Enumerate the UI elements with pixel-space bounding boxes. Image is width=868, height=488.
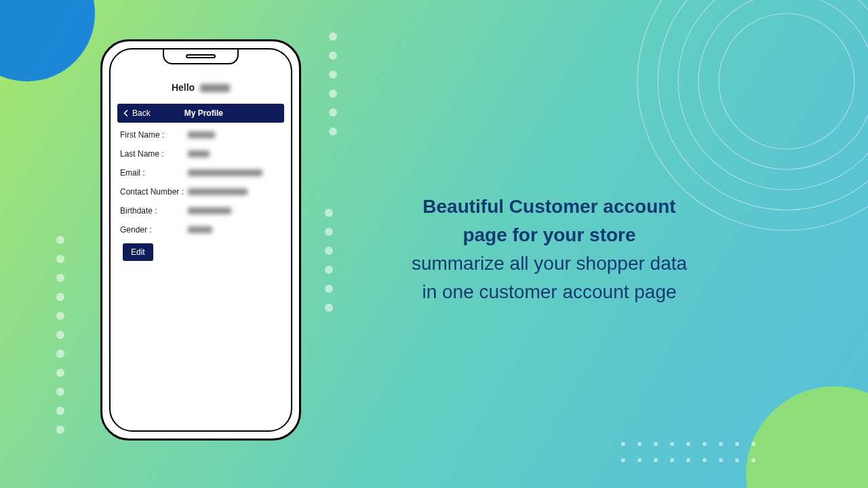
field-row-email: Email : bbox=[120, 163, 281, 182]
svg-point-2 bbox=[678, 0, 868, 190]
greeting-prefix: Hello bbox=[172, 82, 195, 93]
account-screen: Hello Back My Profile First Name : bbox=[111, 49, 291, 430]
decor-blob-top-left bbox=[0, 0, 95, 81]
section-title: My Profile bbox=[129, 108, 279, 118]
subcopy-line-1: summarize all your shopper data bbox=[353, 249, 746, 278]
decor-dots-bottom-right bbox=[617, 438, 760, 466]
field-label: Birthdate : bbox=[120, 206, 188, 216]
field-value-redacted bbox=[188, 226, 212, 233]
field-row-last-name: Last Name : bbox=[120, 144, 281, 163]
profile-fields: First Name : Last Name : Email : Contact… bbox=[117, 123, 284, 261]
decor-dots-left bbox=[56, 230, 65, 439]
svg-point-1 bbox=[698, 0, 868, 169]
svg-point-3 bbox=[658, 0, 868, 210]
greeting-name-redacted bbox=[200, 84, 230, 92]
marketing-copy: Beautiful Customer account page for your… bbox=[353, 192, 746, 306]
field-value-redacted bbox=[188, 188, 248, 195]
field-value-redacted bbox=[188, 207, 231, 214]
svg-point-0 bbox=[719, 14, 854, 149]
phone-mockup: Hello Back My Profile First Name : bbox=[100, 39, 301, 441]
edit-button[interactable]: Edit bbox=[123, 243, 153, 261]
field-label: Gender : bbox=[120, 225, 188, 235]
field-label: Last Name : bbox=[120, 149, 188, 159]
field-row-contact-number: Contact Number : bbox=[120, 182, 281, 201]
field-value-redacted bbox=[188, 131, 215, 138]
field-label: Email : bbox=[120, 168, 188, 178]
field-label: First Name : bbox=[120, 130, 188, 140]
profile-topbar: Back My Profile bbox=[117, 104, 284, 123]
greeting: Hello bbox=[117, 82, 284, 93]
decor-dots-mid-top bbox=[328, 27, 338, 141]
decor-blob-bottom-right bbox=[746, 386, 868, 488]
field-value-redacted bbox=[188, 169, 262, 176]
promo-stage: Hello Back My Profile First Name : bbox=[0, 0, 868, 488]
field-row-first-name: First Name : bbox=[120, 125, 281, 144]
headline-line-1: Beautiful Customer account bbox=[353, 192, 746, 221]
field-value-redacted bbox=[188, 150, 210, 157]
field-row-birthdate: Birthdate : bbox=[120, 201, 281, 220]
field-label: Contact Number : bbox=[120, 187, 188, 197]
phone-screen-frame: Hello Back My Profile First Name : bbox=[109, 48, 292, 432]
decor-dots-mid-bottom bbox=[324, 203, 334, 317]
field-row-gender: Gender : bbox=[120, 220, 281, 239]
headline-line-2: page for your store bbox=[353, 221, 746, 249]
subcopy-line-2: in one customer account page bbox=[353, 278, 746, 306]
